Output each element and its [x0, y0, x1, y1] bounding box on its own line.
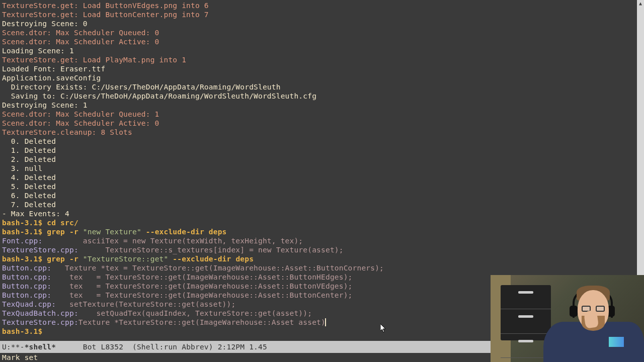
shell-prompt: bash-3.1$ [2, 219, 47, 227]
modeline-status: U:**- [2, 343, 25, 351]
modeline-position: Bot L8352 (Shell:run Abbrev) 2:12PM 1.45 [56, 343, 267, 351]
log-line: Saving to: C:/Users/TheDoH/AppData/Roami… [2, 92, 642, 101]
shell-command: grep -r [47, 255, 83, 263]
scroll-up-arrow[interactable]: ▲ [637, 0, 644, 7]
log-line: TextureStore.get: Load ButtonVEdges.png … [2, 1, 642, 10]
log-line: 2. Deleted [2, 155, 642, 164]
shell-prompt: bash-3.1$ [2, 255, 47, 263]
grep-match: tex = TextureStore::get(ImageWarehouse::… [51, 291, 352, 299]
shell-prompt: bash-3.1$ [2, 228, 47, 236]
grep-result: Font.cpp: asciiTex = new Texture(texWidt… [2, 236, 642, 245]
grep-result: Button.cpp: Texture *tex = TextureStore:… [2, 263, 642, 273]
log-line: Scene.dtor: Max Scheduler Queued: 1 [2, 110, 642, 119]
grep-file: Button.cpp: [2, 273, 51, 281]
prompt-line: bash-3.1$ grep -r "new Texture" --exclud… [2, 227, 642, 236]
grep-match: setTexture(TextureStore::get(asset)); [56, 300, 235, 308]
grep-match: Texture *TextureStore::get(ImageWarehous… [78, 318, 326, 326]
shell-command: --exclude-dir deps [141, 228, 227, 236]
grep-file: Button.cpp: [2, 282, 51, 290]
grep-file: Button.cpp: [2, 291, 51, 299]
log-line: 7. Deleted [2, 200, 642, 209]
grep-file: TextureStore.cpp: [2, 318, 78, 326]
grep-match: setQuadTex(quadIndex, TextureStore::get(… [78, 309, 312, 317]
prompt-line: bash-3.1$ grep -r "TextureStore::get" --… [2, 254, 642, 263]
grep-file: TexQuadBatch.cpp: [2, 309, 78, 317]
log-line: Loaded Font: Eraser.ttf [2, 64, 642, 73]
log-line: Scene.dtor: Max Scheduler Active: 0 [2, 119, 642, 128]
shell-command: grep -r [47, 228, 83, 236]
log-line: Destroying Scene: 0 [2, 19, 642, 28]
log-line: TextureStore.cleanup: 8 Slots [2, 128, 642, 137]
shell-command-quoted: "TextureStore::get" [83, 255, 169, 263]
shell-command-quoted: "new Texture" [83, 228, 141, 236]
grep-match: TextureStore::s_textures[index] = new Te… [78, 246, 344, 254]
log-line: TextureStore.get: Load ButtonCenter.png … [2, 10, 642, 19]
log-line: 4. Deleted [2, 173, 642, 182]
log-line: 0. Deleted [2, 137, 642, 146]
grep-match: tex = TextureStore::get(ImageWarehouse::… [51, 273, 352, 281]
grep-result: TextureStore.cpp: TextureStore::s_textur… [2, 245, 642, 254]
log-line: - Max Events: 4 [2, 209, 642, 218]
shell-command: --exclude-dir deps [168, 255, 254, 263]
shell-prompt: bash-3.1$ [2, 327, 47, 335]
log-line: Loading Scene: 1 [2, 46, 642, 55]
log-line: 6. Deleted [2, 191, 642, 200]
shell-command: cd src/ [47, 219, 78, 227]
log-line: TextureStore.get: Load PlayMat.png into … [2, 55, 642, 64]
webcam-overlay [491, 275, 644, 362]
grep-match: asciiTex = new Texture(texWidth, texHeig… [42, 237, 303, 245]
log-line: 3. null [2, 164, 642, 173]
log-line: Scene.dtor: Max Scheduler Active: 0 [2, 37, 642, 46]
emacs-terminal[interactable]: TextureStore.get: Load ButtonVEdges.png … [0, 0, 644, 362]
text-cursor [325, 318, 326, 326]
modeline-buffer-name: *shell* [25, 343, 56, 351]
grep-match: Texture *tex = TextureStore::get(ImageWa… [51, 264, 384, 272]
log-line: 5. Deleted [2, 182, 642, 191]
webcam-person [543, 275, 644, 362]
grep-file: TextureStore.cpp: [2, 246, 78, 254]
log-line: Directory Exists: C:/Users/TheDoH/AppDat… [2, 82, 642, 92]
grep-file: TexQuad.cpp: [2, 300, 56, 308]
log-line: Destroying Scene: 1 [2, 101, 642, 110]
log-line: 1. Deleted [2, 146, 642, 155]
grep-file: Font.cpp: [2, 237, 42, 245]
prompt-line: bash-3.1$ cd src/ [2, 218, 642, 227]
grep-file: Button.cpp: [2, 264, 51, 272]
grep-match: tex = TextureStore::get(ImageWarehouse::… [51, 282, 352, 290]
log-line: Scene.dtor: Max Scheduler Queued: 0 [2, 28, 642, 37]
log-line: Application.saveConfig [2, 73, 642, 82]
